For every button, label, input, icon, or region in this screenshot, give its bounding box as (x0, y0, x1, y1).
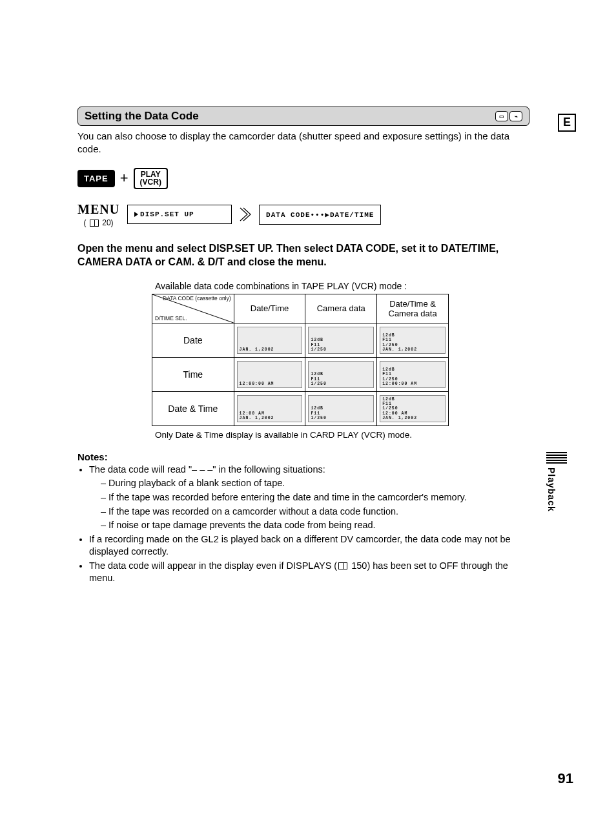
menu-word: MENU (77, 202, 119, 217)
menu-row: MENU ( 20) DISP.SET UP DATA CODE•••▶DATE… (77, 202, 529, 227)
col-header-0: Date/Time (234, 294, 305, 323)
card-icon: ⌁ (509, 111, 522, 121)
note-subitem: During playback of a blank section of ta… (101, 477, 529, 490)
menu-box-1: DISP.SET UP (127, 205, 232, 224)
row-header-1: Time (152, 357, 234, 391)
section-header: Setting the Data Code ▭ ⌁ (77, 107, 529, 126)
col-header-1: Camera data (305, 294, 377, 323)
book-icon (338, 562, 347, 569)
tape-chip: TAPE (77, 170, 115, 187)
col-header-2: Date/Time & Camera data (377, 294, 449, 323)
section-title: Setting the Data Code (85, 110, 199, 123)
triangle-right-icon (134, 212, 138, 217)
play-vcr-chip: PLAY (VCR) (134, 168, 168, 189)
section-tab: Playback (546, 452, 567, 512)
note-item: The data code will appear in the display… (89, 560, 529, 585)
screen-cell: 12dB F11 1/250 (308, 395, 374, 422)
note-item: The data code will read "– – –" in the f… (89, 464, 529, 532)
note-item: If a recording made on the GL2 is played… (89, 533, 529, 558)
play-bottom: (VCR) (140, 178, 161, 187)
screen-cell: 12dB F11 1/250 12:00:00 AM (380, 361, 446, 388)
screen-cell: 12dB F11 1/250 (308, 327, 374, 354)
table-row: Time 12:00:00 AM 12dB F11 1/250 12dB F11… (152, 357, 449, 391)
menu-label-col: MENU ( 20) (77, 202, 119, 227)
corner-bottom-label: D/TIME SEL. (155, 315, 187, 322)
menu-box-2: DATA CODE•••▶DATE/TIME (259, 205, 381, 225)
page-number: 91 (558, 770, 573, 787)
tab-bars-icon (546, 452, 567, 464)
row-header-0: Date (152, 323, 234, 357)
data-code-table: DATA CODE (cassette only) D/TIME SEL. Da… (152, 294, 449, 426)
big-arrow-icon (240, 207, 251, 221)
note-subitem: If noise or tape damage prevents the dat… (101, 519, 529, 532)
table-caption: Available data code combinations in TAPE… (155, 281, 529, 291)
corner-top-label: DATA CODE (cassette only) (163, 296, 231, 302)
mode-row: TAPE + PLAY (VCR) (77, 168, 529, 189)
row-header-2: Date & Time (152, 391, 234, 425)
language-badge: E (558, 114, 576, 132)
intro-text: You can also choose to display the camco… (77, 130, 529, 156)
screen-cell: 12dB F11 1/250 JAN. 1,2002 (380, 327, 446, 354)
plus-icon: + (120, 170, 128, 187)
screen-cell: 12dB F11 1/250 12:00 AM JAN. 1,2002 (380, 395, 446, 422)
screen-cell: 12dB F11 1/250 (308, 361, 374, 388)
notes-section: Notes: The data code will read "– – –" i… (77, 451, 529, 585)
media-icons: ▭ ⌁ (495, 111, 522, 121)
screen-cell: JAN. 1,2002 (237, 327, 303, 354)
screen-cell: 12:00 AM JAN. 1,2002 (237, 395, 303, 422)
screen-cell: 12:00:00 AM (237, 361, 303, 388)
book-icon (90, 220, 99, 227)
table-row: Date JAN. 1,2002 12dB F11 1/250 12dB F11… (152, 323, 449, 357)
notes-heading: Notes: (77, 451, 529, 462)
section-tab-label: Playback (546, 467, 557, 512)
table-corner: DATA CODE (cassette only) D/TIME SEL. (152, 294, 234, 323)
note-subitem: If the tape was recorded before entering… (101, 491, 529, 504)
menu-ref: ( 20) (77, 218, 119, 227)
table-row: Date & Time 12:00 AM JAN. 1,2002 12dB F1… (152, 391, 449, 425)
instruction: Open the menu and select DISP.SET UP. Th… (77, 241, 529, 269)
note-subitem: If the tape was recorded on a camcorder … (101, 506, 529, 518)
table-footnote: Only Date & Time display is available in… (155, 430, 529, 440)
tape-icon: ▭ (495, 111, 508, 121)
